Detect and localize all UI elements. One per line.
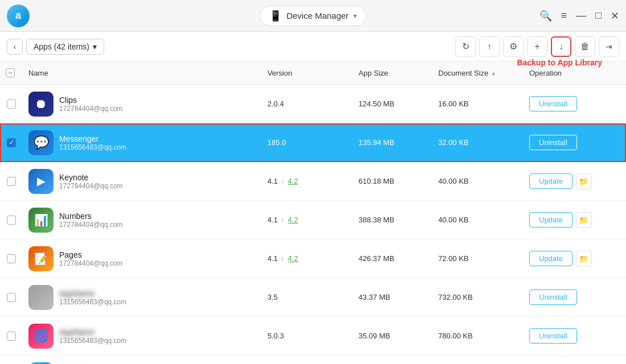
row-version: 185.0 [262, 135, 353, 150]
messenger-icon-glyph: 💬 [34, 135, 49, 150]
row-app-info: AppName 1315656483@qq.com [23, 282, 262, 313]
add-button[interactable]: + [527, 36, 547, 57]
clips-icon-glyph: ⏺ [35, 97, 47, 111]
row-app-info: 📊 Numbers 172784404@qq.com [23, 204, 262, 236]
delete-button[interactable]: 🗑 [575, 36, 595, 57]
row-checkbox[interactable] [7, 100, 16, 109]
app-icon-keynote: ▶ [28, 169, 53, 194]
row-operation: Update 📁 [524, 170, 626, 193]
update-button[interactable]: Update [529, 212, 573, 228]
backup-button[interactable]: ↓ [551, 36, 571, 57]
back-button[interactable]: ‹ [7, 39, 23, 55]
refresh-icon: ↻ [462, 41, 470, 52]
row-checkbox-cell[interactable] [0, 212, 23, 228]
app-name: Messenger [59, 134, 126, 143]
download-icon: ↓ [559, 42, 563, 52]
version-update-link[interactable]: 4.2 [288, 216, 298, 224]
app-icon-pages: 📝 [28, 246, 53, 271]
apps-dropdown[interactable]: Apps (42 items) ▾ [26, 39, 104, 55]
update-button[interactable]: Update [529, 251, 573, 266]
row-docsize: 32.00 KB [433, 135, 524, 150]
app-name: Clips [59, 96, 123, 105]
row-docsize: 40.00 KB [433, 173, 524, 189]
folder-button[interactable]: 📁 [576, 212, 592, 228]
maximize-icon[interactable]: □ [595, 10, 602, 22]
app-email: 172784404@qq.com [59, 182, 123, 190]
row-operation: Uninstall [524, 93, 626, 115]
uninstall-button[interactable]: Uninstall [529, 289, 577, 305]
app-icon-clips: ⏺ [28, 92, 53, 117]
row-app-info: 🌀 AppName 1315656483@qq.com [23, 320, 262, 352]
row-operation: Update 📁 [524, 209, 626, 231]
upload-button[interactable]: ↑ [479, 36, 500, 57]
app-email: 1315656483@qq.com [59, 143, 126, 151]
app-icon-numbers: 📊 [28, 208, 53, 233]
app-name: AppName [59, 289, 126, 298]
app-table: − Name Version App Size Document Size ▲ … [0, 61, 626, 364]
close-icon[interactable]: ✕ [611, 10, 619, 22]
row-checkbox[interactable]: ✓ [7, 138, 16, 147]
uninstall-button[interactable]: Uninstall [529, 135, 577, 150]
add-icon: + [534, 42, 539, 52]
row-appsize: 43.37 MB [353, 289, 433, 305]
table-row: 📊 Numbers 172784404@qq.com 4.1 ↑4.2 388.… [0, 201, 626, 239]
row-checkbox-cell[interactable] [0, 328, 23, 344]
search-icon[interactable]: 🔍 [539, 10, 552, 22]
row-checkbox-cell[interactable] [0, 251, 23, 267]
uninstall-button[interactable]: Uninstall [529, 328, 577, 344]
numbers-icon-glyph: 📊 [34, 213, 48, 227]
folder-button[interactable]: 📁 [576, 251, 592, 267]
row-app-info: AppName 1315656483@qq.com [23, 359, 262, 365]
row-app-info: ▶ Keynote 172784404@qq.com [23, 166, 262, 197]
row-appsize: 388.38 MB [353, 212, 433, 228]
row-operation: Uninstall [524, 131, 626, 154]
toolbar-actions: ↻ ↑ ⚙ + ↓ 🗑 ⇥ [455, 36, 619, 57]
title-chevron-icon[interactable]: ▾ [353, 12, 357, 20]
apps-dropdown-label: Apps (42 items) [34, 42, 89, 51]
version-update-link[interactable]: 4.2 [288, 177, 298, 185]
row-appsize: 35.09 MB [353, 328, 433, 344]
row-appsize: 426.37 MB [353, 251, 433, 266]
table-row: AppName 1315656483@qq.com 3.5 43.37 MB 7… [0, 278, 626, 317]
row-checkbox-cell[interactable] [0, 96, 23, 112]
app-name: Numbers [59, 212, 123, 221]
row-checkbox[interactable] [7, 216, 16, 225]
row-version: 3.5 [262, 289, 353, 305]
table-header: − Name Version App Size Document Size ▲ … [0, 61, 626, 85]
row-operation: Update 📁 [524, 247, 626, 270]
header-checkbox[interactable]: − [0, 66, 23, 80]
header-version: Version [262, 66, 353, 80]
row-app-info: 💬 Messenger 1315656483@qq.com [23, 127, 262, 159]
row-checkbox[interactable] [7, 293, 16, 302]
update-button[interactable]: Update [529, 173, 573, 189]
window-title: Device Manager [286, 11, 348, 20]
app-email: 1315656483@qq.com [59, 337, 126, 345]
row-operation: Uninstall [524, 325, 626, 347]
uninstall-button[interactable]: Uninstall [529, 96, 577, 111]
row-checkbox-cell[interactable] [0, 289, 23, 305]
row-appsize: 135.94 MB [353, 135, 433, 150]
refresh-button[interactable]: ↻ [455, 36, 476, 57]
app-name: Pages [59, 250, 123, 259]
version-arrow-icon: ↑ [281, 178, 285, 185]
row-checkbox[interactable] [7, 254, 16, 263]
menu-icon[interactable]: ≡ [561, 10, 567, 22]
folder-button[interactable]: 📁 [576, 173, 592, 189]
table-row: ✓ 💬 Messenger 1315656483@qq.com 185.0 13… [0, 123, 626, 162]
row-docsize: 72.00 KB [433, 251, 524, 266]
select-all-checkbox[interactable]: − [6, 68, 15, 77]
sort-arrow-icon: ▲ [491, 70, 496, 76]
title-bar-center: 📱 Device Manager ▾ [260, 6, 366, 26]
export-button[interactable]: ⇥ [599, 36, 619, 57]
row-checkbox-cell[interactable]: ✓ [0, 135, 23, 151]
settings-button[interactable]: ⚙ [503, 36, 524, 57]
table-row: ⏺ Clips 172784404@qq.com 2.0.4 124.50 MB… [0, 85, 626, 123]
row-checkbox-cell[interactable] [0, 173, 23, 189]
version-update-link[interactable]: 4.2 [288, 254, 298, 263]
minimize-icon[interactable]: — [576, 10, 586, 22]
row-docsize: 732.00 KB [433, 289, 524, 305]
pages-icon-glyph: 📝 [34, 252, 48, 266]
header-docsize[interactable]: Document Size ▲ [433, 66, 524, 80]
row-checkbox[interactable] [7, 332, 16, 341]
row-checkbox[interactable] [7, 177, 16, 186]
